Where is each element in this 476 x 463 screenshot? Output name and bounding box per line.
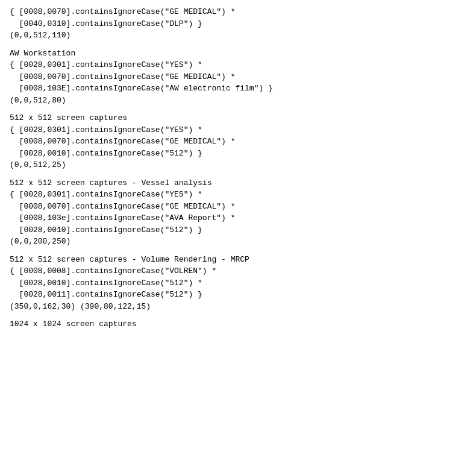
section-512-volume: 512 x 512 screen captures - Volume Rende…: [10, 254, 466, 313]
aw-workstation-title: AW Workstation: [10, 48, 466, 60]
512-volume-code: { [0008,0008].containsIgnoreCase("VOLREN…: [10, 265, 466, 312]
aw-workstation-code: { [0028,0301].containsIgnoreCase("YES") …: [10, 59, 466, 106]
512-vessel-title: 512 x 512 screen captures - Vessel analy…: [10, 177, 466, 189]
section-top: { [0008,0070].containsIgnoreCase("GE MED…: [10, 6, 466, 42]
1024-title: 1024 x 1024 screen captures: [10, 318, 466, 330]
section-1024: 1024 x 1024 screen captures: [10, 318, 466, 330]
512-captures-code: { [0028,0301].containsIgnoreCase("YES") …: [10, 124, 466, 171]
main-content: { [0008,0070].containsIgnoreCase("GE MED…: [10, 6, 466, 330]
section-512-vessel: 512 x 512 screen captures - Vessel analy…: [10, 177, 466, 248]
section-512-captures: 512 x 512 screen captures { [0028,0301].…: [10, 112, 466, 171]
512-captures-title: 512 x 512 screen captures: [10, 112, 466, 124]
section-top-code: { [0008,0070].containsIgnoreCase("GE MED…: [10, 6, 466, 42]
512-vessel-code: { [0028,0301].containsIgnoreCase("YES") …: [10, 189, 466, 248]
512-volume-title: 512 x 512 screen captures - Volume Rende…: [10, 254, 466, 266]
section-aw-workstation: AW Workstation { [0028,0301].containsIgn…: [10, 48, 466, 107]
